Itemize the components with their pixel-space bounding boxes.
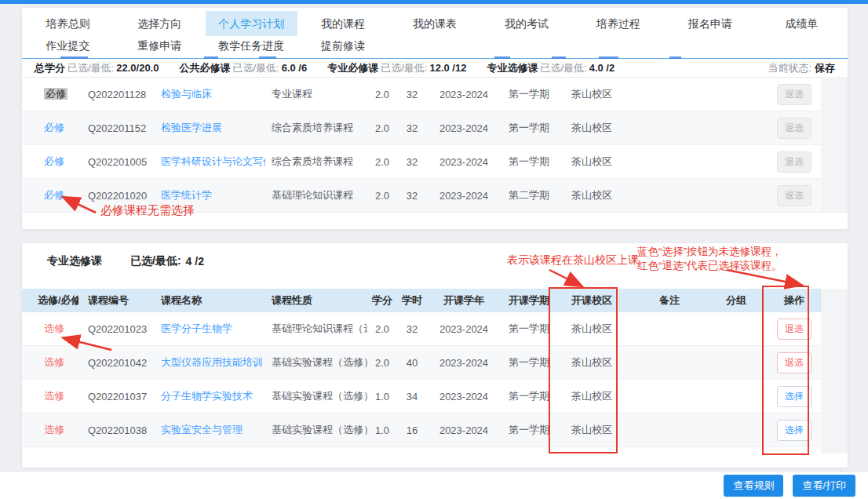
- cell-action: 退选: [760, 185, 829, 206]
- course-name-link[interactable]: 分子生物学实验技术: [161, 390, 253, 402]
- summary-item: 专业必修课已选/最低:12.0 /12: [327, 61, 466, 75]
- cell-credits: 2.0: [367, 122, 397, 134]
- course-name-link[interactable]: 医学统计学: [161, 189, 212, 201]
- footer-action-bar: 查看规则 查看/打印: [0, 472, 868, 499]
- withdraw-button[interactable]: 退选: [777, 319, 811, 340]
- cell-action: 退选: [760, 151, 829, 173]
- header-备注: 备注: [626, 293, 713, 308]
- tab-培养过程[interactable]: 培养过程: [572, 11, 664, 36]
- summary-item-prefix: 已选/最低:: [67, 62, 114, 74]
- required-course-table: 必修Q202201128检验与临床专业课程2.0322023-2024第一学期茶…: [22, 78, 848, 213]
- select-button[interactable]: 选择: [777, 420, 811, 441]
- cell-nature: 基础理论知识课程（选修）: [265, 322, 367, 336]
- cell-name: 检验医学进展: [151, 121, 265, 135]
- scrollbar-track[interactable]: [821, 289, 848, 453]
- cell-term: 第一学期: [501, 121, 557, 135]
- tab-教学任务进度[interactable]: 教学任务进度: [206, 36, 297, 56]
- section-title: 专业选修课: [47, 254, 102, 268]
- course-name-link[interactable]: 实验室安全与管理: [161, 424, 243, 435]
- cell-type: 必修: [22, 155, 78, 169]
- tab-我的课程[interactable]: 我的课程: [297, 11, 389, 36]
- cell-hours: 40: [397, 357, 427, 369]
- cell-code: Q202201152: [78, 122, 151, 134]
- course-type-label: 必修: [44, 155, 64, 167]
- cell-credits: 2.0: [367, 323, 397, 335]
- cell-term: 第一学期: [501, 389, 557, 403]
- header-分组: 分组: [713, 293, 760, 308]
- tab-重修申请[interactable]: 重修申请: [114, 36, 206, 56]
- tab-作业提交[interactable]: 作业提交: [22, 36, 114, 56]
- view-rules-button[interactable]: 查看规则: [724, 475, 783, 497]
- table-row: 选修Q202201042大型仪器应用技能培训基础实验课程（选修）2.040202…: [22, 346, 848, 380]
- tab-个人学习计划[interactable]: 个人学习计划: [206, 11, 297, 36]
- cell-name: 检验与临床: [151, 87, 265, 101]
- select-button[interactable]: 选择: [777, 386, 811, 407]
- cell-year: 2023-2024: [427, 424, 501, 436]
- cell-campus: 茶山校区: [557, 322, 626, 336]
- summary-item: 公共必修课已选/最低:6.0 /6: [179, 61, 307, 75]
- cell-campus: 茶山校区: [557, 389, 626, 403]
- cell-code: Q202201023: [78, 323, 151, 335]
- summary-items: 总学分已选/最低:22.0/20.0公共必修课已选/最低:6.0 /6专业必修课…: [35, 61, 635, 75]
- summary-item-value: 22.0/20.0: [116, 62, 159, 74]
- section-sub-label: 已选/最低:: [130, 254, 181, 268]
- status-label: 当前状态:: [768, 62, 811, 74]
- header-课程性质: 课程性质: [265, 293, 367, 308]
- withdraw-button[interactable]: 退选: [777, 118, 811, 139]
- cell-code: Q202201020: [78, 190, 151, 202]
- summary-item-prefix: 已选/最低:: [381, 62, 427, 74]
- cell-hours: 32: [397, 323, 427, 335]
- table-row: 选修Q202201037分子生物学实验技术基础实验课程（选修）1.0342023…: [22, 380, 848, 413]
- cell-year: 2023-2024: [427, 122, 501, 134]
- withdraw-button[interactable]: 退选: [777, 84, 811, 105]
- cell-credits: 2.0: [367, 190, 397, 202]
- summary-item-value: 6.0 /6: [282, 62, 308, 74]
- view-print-button[interactable]: 查看/打印: [793, 475, 855, 497]
- scrollbar-track[interactable]: [821, 77, 848, 212]
- tab-成绩单[interactable]: 成绩单: [756, 11, 848, 36]
- tab-我的考试[interactable]: 我的考试: [480, 11, 572, 36]
- tab-选择方向[interactable]: 选择方向: [114, 11, 206, 36]
- cell-name: 分子生物学实验技术: [151, 389, 265, 403]
- course-name-link[interactable]: 大型仪器应用技能培训: [161, 356, 263, 368]
- cell-name: 医学科研设计与论文写作: [151, 155, 265, 169]
- course-name-link[interactable]: 检验与临床: [161, 88, 212, 100]
- cell-nature: 基础实验课程（选修）: [265, 389, 367, 403]
- tab-培养总则[interactable]: 培养总则: [22, 11, 114, 36]
- course-name-link[interactable]: 医学分子生物学: [161, 322, 232, 334]
- tab-我的课表[interactable]: 我的课表: [389, 11, 481, 36]
- cell-action: 退选: [760, 118, 829, 139]
- clipped-row-fragment: [599, 56, 618, 59]
- tab-提前修读[interactable]: 提前修读: [297, 36, 389, 56]
- summary-item-prefix: 已选/最低:: [232, 62, 279, 74]
- cell-term: 第一学期: [501, 87, 557, 101]
- header-学时: 学时: [397, 293, 427, 308]
- cell-code: Q202201128: [78, 89, 151, 100]
- summary-item-label: 总学分: [35, 62, 65, 74]
- tab-报名申请[interactable]: 报名申请: [664, 11, 756, 36]
- withdraw-button[interactable]: 退选: [777, 185, 811, 206]
- summary-item-value: 4.0 /2: [589, 62, 615, 74]
- header-课程编号: 课程编号: [78, 293, 151, 308]
- cell-year: 2023-2024: [427, 156, 501, 168]
- top-accent-bar: [0, 0, 868, 4]
- withdraw-button[interactable]: 退选: [777, 151, 811, 173]
- cell-hours: 32: [397, 190, 427, 202]
- cell-type: 必修: [22, 87, 78, 101]
- cell-action: 选择: [760, 386, 829, 407]
- course-name-link[interactable]: 检验医学进展: [161, 122, 222, 133]
- withdraw-button[interactable]: 退选: [777, 352, 811, 373]
- clipped-row-fragment: [259, 56, 276, 59]
- cell-hours: 16: [397, 424, 427, 436]
- header-课程名称: 课程名称: [151, 293, 265, 308]
- cell-type: 选修: [22, 355, 78, 370]
- clipped-row-fragment: [552, 56, 566, 59]
- cell-campus: 茶山校区: [557, 121, 626, 135]
- cell-action: 退选: [760, 84, 829, 105]
- cell-campus: 茶山校区: [557, 423, 626, 437]
- table-row: 选修Q202201023医学分子生物学基础理论知识课程（选修）2.0322023…: [22, 312, 848, 346]
- course-name-link[interactable]: 医学科研设计与论文写作: [161, 155, 265, 167]
- summary-item: 总学分已选/最低:22.0/20.0: [35, 61, 159, 75]
- summary-item-value: 12.0 /12: [429, 62, 466, 74]
- summary-item-label: 专业必修课: [327, 62, 378, 74]
